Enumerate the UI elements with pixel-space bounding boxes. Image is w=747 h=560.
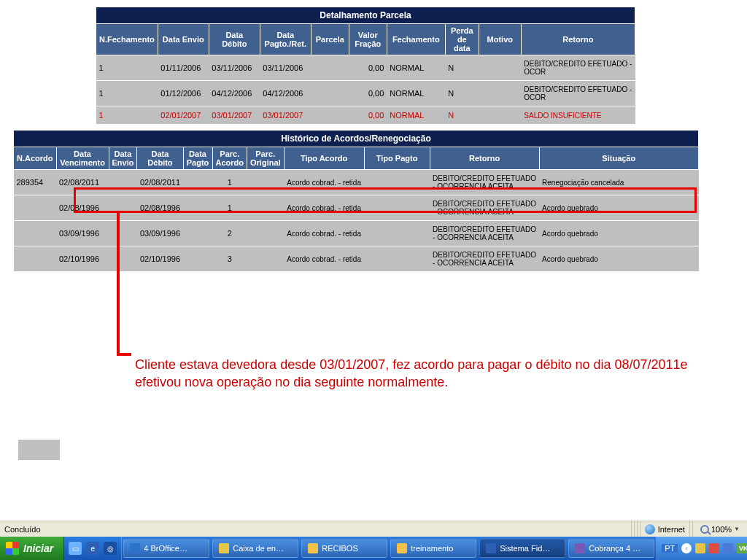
mail-icon xyxy=(219,543,229,553)
quick-launch-show-desktop-icon[interactable]: ▭ xyxy=(69,542,82,555)
table-row: 101/12/200604/12/200604/12/20060,00NORMA… xyxy=(96,81,635,106)
tray-icon-2[interactable] xyxy=(709,543,719,553)
cell-nacordo: 289354 xyxy=(14,170,57,195)
magnifier-icon xyxy=(700,525,709,534)
taskbar-task[interactable]: Caixa de en… xyxy=(212,539,298,558)
cell-data_envio xyxy=(109,170,137,195)
col-tipo-acordo: Tipo Acordo xyxy=(284,147,364,170)
cell-fechamento: NORMAL xyxy=(387,106,445,125)
task-label: Sistema Fid… xyxy=(500,544,550,553)
tray-icon-1[interactable] xyxy=(695,543,705,553)
cell-data_envio xyxy=(109,221,137,246)
cell-parc_acordo: 3 xyxy=(212,246,247,272)
cell-perda_de_data: N xyxy=(445,106,479,125)
taskbar-task[interactable]: Cobrança 4 … xyxy=(568,539,654,558)
chevron-down-icon: ▼ xyxy=(734,526,740,532)
language-indicator[interactable]: PT xyxy=(662,544,678,553)
cell-situacao: Acordo quebrado xyxy=(539,221,698,246)
taskbar-task[interactable]: 4 BrOffice… xyxy=(123,539,209,558)
col-situacao: Situação xyxy=(539,147,698,170)
start-button[interactable]: Iniciar xyxy=(0,537,64,560)
cell-data_pagto xyxy=(183,221,212,246)
cell-valor_fracao: 0,00 xyxy=(349,106,387,125)
cell-retorno: DEBITO/CREDITO EFETUADO - OCORRENCIA ACE… xyxy=(430,221,539,246)
cell-data_debito: 03/09/1996 xyxy=(137,221,183,246)
cell-valor_fracao: 0,00 xyxy=(349,55,387,81)
cell-data_pagto_ret: 03/01/2007 xyxy=(260,106,311,125)
taskbar: Iniciar ▭ e ◎ 4 BrOffice…Caixa de en…REC… xyxy=(0,537,747,560)
cell-data_debito: 02/10/1996 xyxy=(137,246,183,272)
cell-parc_original xyxy=(247,170,285,195)
cell-data_envio: 01/12/2006 xyxy=(158,81,209,106)
cell-parcela xyxy=(311,55,349,81)
cell-parc_acordo: 2 xyxy=(212,221,247,246)
col-tipo-pagto: Tipo Pagto xyxy=(364,147,430,170)
tray-expand-icon[interactable]: ‹ xyxy=(681,543,692,553)
ie-status-bar: Concluído Internet 100% ▼ xyxy=(0,521,747,537)
task-label: Caixa de en… xyxy=(233,544,284,553)
grey-fragment xyxy=(18,440,60,460)
folder-icon xyxy=(308,543,318,553)
cell-retorno: SALDO INSUFICIENTE xyxy=(521,106,635,125)
status-zone[interactable]: Internet xyxy=(640,521,689,537)
start-label: Iniciar xyxy=(23,542,53,554)
col-fechamento: Fechamento xyxy=(387,24,445,55)
cell-data_envio xyxy=(109,195,137,221)
col-h-retorno: Retorno xyxy=(430,147,539,170)
task-label: Cobrança 4 … xyxy=(589,544,640,553)
cell-data_debito: 03/11/2006 xyxy=(209,55,260,81)
cell-retorno: DEBITO/CREDITO EFETUADO - OCOR xyxy=(521,81,635,106)
cell-parcela xyxy=(311,106,349,125)
cell-nacordo xyxy=(14,221,57,246)
cell-data_envio: 01/11/2006 xyxy=(158,55,209,81)
doc-icon xyxy=(130,543,140,553)
cell-parc_original xyxy=(247,246,285,272)
cell-fechamento: NORMAL xyxy=(387,81,445,106)
taskbar-task[interactable]: Sistema Fid… xyxy=(479,539,565,558)
detalhamento-table: Detalhamento Parcela N.Fechamento Data E… xyxy=(95,6,636,125)
tray-vk-icon[interactable]: VK xyxy=(737,543,747,553)
task-label: RECIBOS xyxy=(322,544,358,553)
cell-nfechamento: 1 xyxy=(96,55,158,81)
cell-data_envio: 02/01/2007 xyxy=(158,106,209,125)
cell-perda_de_data: N xyxy=(445,55,479,81)
col-parcela: Parcela xyxy=(311,24,349,55)
cell-data_pagto xyxy=(183,195,212,221)
cell-tipo_pagto xyxy=(364,221,430,246)
taskbar-task[interactable]: treinamento xyxy=(390,539,476,558)
status-done: Concluído xyxy=(0,525,631,534)
quick-launch: ▭ e ◎ xyxy=(64,537,122,560)
status-zoom[interactable]: 100% ▼ xyxy=(692,521,747,537)
annotation-arrow-vertical xyxy=(117,213,120,355)
task-label: treinamento xyxy=(411,544,453,553)
cell-retorno: DEBITO/CREDITO EFETUADO - OCOR xyxy=(521,55,635,81)
tray-icon-3[interactable] xyxy=(723,543,733,553)
taskbar-task[interactable]: RECIBOS xyxy=(301,539,387,558)
col-perda-de-data: Perda de data xyxy=(445,24,479,55)
cell-data_pagto xyxy=(183,170,212,195)
col-h-data-debito: Data Débito xyxy=(137,147,183,170)
cell-parc_original xyxy=(247,195,285,221)
cell-valor_fracao: 0,00 xyxy=(349,81,387,106)
cell-nacordo xyxy=(14,195,57,221)
cell-data_debito: 03/01/2007 xyxy=(209,106,260,125)
cell-data_vencimento: 03/09/1996 xyxy=(56,221,109,246)
col-nfechamento: N.Fechamento xyxy=(96,24,158,55)
zoom-value: 100% xyxy=(711,525,732,534)
cell-tipo_acordo: Acordo cobrad. - retida xyxy=(284,170,364,195)
cell-data_debito: 04/12/2006 xyxy=(209,81,260,106)
cell-data_debito: 02/08/2011 xyxy=(137,170,183,195)
cell-situacao: Acordo quebrado xyxy=(539,246,698,272)
system-tray: PT ‹ VK 05:14 xyxy=(656,537,747,560)
quick-launch-app-icon[interactable]: ◎ xyxy=(104,542,117,555)
col-data-debito: Data Débito xyxy=(209,24,260,55)
detalhamento-title: Detalhamento Parcela xyxy=(96,7,635,24)
quick-launch-ie-icon[interactable]: e xyxy=(86,542,99,555)
folder-icon xyxy=(397,543,407,553)
table-row: 28935402/08/201102/08/20111Acordo cobrad… xyxy=(14,170,699,195)
cell-tipo_pagto xyxy=(364,246,430,272)
cell-parc_original xyxy=(247,221,285,246)
historico-title: Histórico de Acordos/Renegociação xyxy=(14,131,699,147)
cell-retorno: DEBITO/CREDITO EFETUADO - OCORRENCIA ACE… xyxy=(430,170,539,195)
cell-data_vencimento: 02/08/2011 xyxy=(56,170,109,195)
